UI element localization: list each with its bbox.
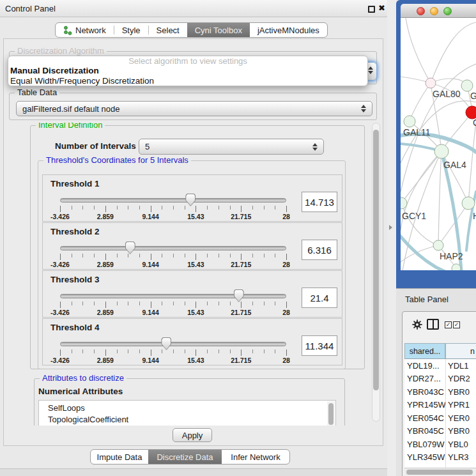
algorithm-group-title: Discretization Algorithm <box>15 47 107 56</box>
table-row[interactable]: YDL19...YDL1 <box>404 359 476 372</box>
tab-discretize-data[interactable]: Discretize Data <box>148 450 222 464</box>
split-divider[interactable] <box>387 0 396 476</box>
threshold-1-slider[interactable]: -3.426 2.859 9.144 15.43 21.715 28 <box>60 194 286 220</box>
node-gal11[interactable] <box>404 116 415 127</box>
tab-impute-data[interactable]: Impute Data <box>91 450 148 464</box>
column-divider <box>445 359 446 468</box>
table-row[interactable]: YER054CYER0 <box>404 411 476 425</box>
slider-handle[interactable] <box>185 194 196 206</box>
window-zoom-button[interactable] <box>443 7 452 15</box>
slider-tick-label: 21.715 <box>231 213 251 220</box>
slider-tick-label: -3.426 <box>50 309 70 316</box>
table-row[interactable]: YBR045CYBR0 <box>404 425 476 438</box>
tab-style[interactable]: Style <box>114 23 148 37</box>
gear-icon[interactable] <box>411 319 423 330</box>
network-view[interactable]: GAL80 GA C GAL11 GAL4 GCY1 H HAP2 <box>401 18 476 270</box>
slider-tick-label: 9.144 <box>142 357 158 364</box>
node-label: GAL11 <box>403 127 431 137</box>
settings-scroll-viewport: Interval Definition Number of Intervals … <box>4 123 372 426</box>
thresholds-group: Threshold's Coordinates for 5 Intervals … <box>38 160 346 369</box>
screen: Control Panel ✖ Network Style <box>0 0 476 476</box>
node-top-right[interactable] <box>461 80 473 91</box>
float-window-icon[interactable] <box>368 6 375 13</box>
node-hap2[interactable] <box>433 240 443 250</box>
threshold-3-panel: Threshold 3 -3.426 2.859 9.144 15.43 <box>42 270 342 318</box>
settings-scrollbar[interactable] <box>372 123 380 422</box>
select-none-checkbox-icon[interactable]: ✓ <box>453 321 460 328</box>
tab-infer-network[interactable]: Infer Network <box>222 450 289 464</box>
network-canvas[interactable]: GAL80 GA C GAL11 GAL4 GCY1 H HAP2 <box>401 18 476 270</box>
slider-tick-label: -3.426 <box>50 213 70 220</box>
slider-track[interactable] <box>60 294 286 298</box>
table-row[interactable]: YBR043CYBR0 <box>404 385 476 399</box>
threshold-4-panel: Threshold 4 -3.426 2.859 9.144 15.43 <box>42 318 342 365</box>
apply-button[interactable]: Apply <box>173 428 212 442</box>
select-all-checkbox-icon[interactable]: ✓ <box>445 321 452 328</box>
threshold-4-label: Threshold 4 <box>50 323 100 332</box>
table-horizontal-scrollbar-thumb[interactable] <box>406 470 473 475</box>
column-header-name[interactable]: n <box>445 343 476 359</box>
threshold-3-slider[interactable]: -3.426 2.859 9.144 15.43 21.715 28 <box>60 289 286 316</box>
network-tab-icon <box>63 26 72 35</box>
tab-jactivemnodules[interactable]: jActiveMNodules <box>250 23 327 37</box>
threshold-1-value-field[interactable]: 14.713 <box>302 192 337 212</box>
table-data-group: Table Data galFiltered.sif default node <box>9 93 377 120</box>
combobox-stepper-icon <box>361 105 366 112</box>
number-of-intervals-value: 5 <box>145 142 150 151</box>
slider-track[interactable] <box>60 246 286 250</box>
slider-handle[interactable] <box>125 242 135 254</box>
attributes-list-scrollbar[interactable] <box>327 401 335 426</box>
slider-tick-label: 15.43 <box>187 309 204 316</box>
threshold-4-slider[interactable]: -3.426 2.859 9.144 15.43 21.715 28 <box>60 337 286 364</box>
threshold-4-value-field[interactable]: 11.344 <box>302 335 337 356</box>
tab-network[interactable]: Network <box>56 23 114 37</box>
node-right-h[interactable] <box>462 197 475 210</box>
dropdown-option-equal-width-frequency[interactable]: Equal Width/Frequency Discretization <box>8 76 367 86</box>
split-divider-arrow-icon[interactable] <box>389 225 392 230</box>
network-window-titlebar[interactable] <box>401 4 476 18</box>
threshold-3-value-field[interactable]: 21.4 <box>302 288 337 308</box>
slider-track[interactable] <box>60 198 286 203</box>
table-row[interactable]: YDR27...YDR2 <box>404 372 476 386</box>
settings-scrollbar-thumb[interactable] <box>373 130 379 390</box>
bottom-tabstrip: Impute Data Discretize Data Infer Networ… <box>90 449 290 464</box>
node-label: GAL4 <box>443 160 466 170</box>
table-row[interactable]: YBL079WYBL0 <box>404 438 476 451</box>
window-close-button[interactable] <box>417 7 425 15</box>
threshold-2-panel: Threshold 2 -3.426 2.859 9.144 15.43 <box>42 222 342 270</box>
tab-cyni-toolbox[interactable]: Cyni Toolbox <box>187 23 250 37</box>
tab-select[interactable]: Select <box>149 23 187 37</box>
dropdown-option-manual-discretization[interactable]: Manual Discretization <box>8 66 367 76</box>
slider-tick-label: 15.43 <box>187 357 204 364</box>
table-row[interactable]: YPR145WYPR1 <box>404 399 476 412</box>
slider-handle[interactable] <box>234 289 244 302</box>
threshold-2-value-field[interactable]: 6.316 <box>302 240 337 260</box>
slider-major-ticks <box>60 206 288 212</box>
threshold-2-slider[interactable]: -3.426 2.859 9.144 15.43 21.715 28 <box>60 242 286 268</box>
node-gal4[interactable] <box>434 144 449 158</box>
window-minimize-button[interactable] <box>430 7 438 15</box>
slider-tick-label: 28 <box>282 357 290 364</box>
column-header-shared-name[interactable]: shared... <box>404 343 445 359</box>
columns-icon[interactable] <box>427 319 439 330</box>
node-bottom-partial[interactable] <box>452 264 461 270</box>
list-item-topologicalcoefficient[interactable]: TopologicalCoefficient <box>39 414 335 426</box>
slider-track[interactable] <box>60 342 286 346</box>
slider-tick-label: 2.859 <box>97 357 114 364</box>
node-gal80[interactable] <box>426 78 436 88</box>
table-horizontal-scrollbar[interactable] <box>404 468 476 475</box>
control-panel-title: Control Panel <box>5 4 56 13</box>
number-of-intervals-label: Number of Intervals <box>55 141 136 151</box>
close-icon[interactable]: ✖ <box>378 3 385 13</box>
table-data-combobox[interactable]: galFiltered.sif default node <box>16 101 372 116</box>
node-label: GA <box>470 91 476 101</box>
slider-tick-label: 21.715 <box>231 309 251 316</box>
slider-handle[interactable] <box>161 337 171 350</box>
numerical-attributes-list: SelfLoops TopologicalCoefficient Between… <box>38 400 336 426</box>
list-item-selfloops[interactable]: SelfLoops <box>39 403 335 414</box>
node-table[interactable]: YDL19...YDL1 YDR27...YDR2 YBR043CYBR0 YP… <box>404 359 476 468</box>
slider-tick-label: -3.426 <box>50 357 70 364</box>
table-row[interactable]: YLR345WYLR3 <box>404 451 476 464</box>
number-of-intervals-combobox[interactable]: 5 <box>139 139 324 155</box>
node-selected-red[interactable] <box>466 106 476 119</box>
